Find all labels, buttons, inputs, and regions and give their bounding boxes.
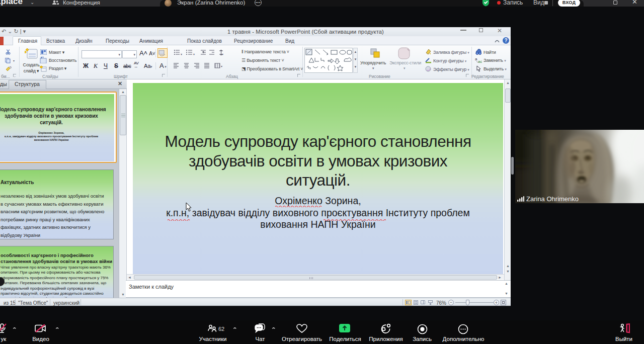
svg-text:ac: ac — [478, 59, 482, 63]
svg-text:▾: ▾ — [221, 65, 222, 68]
svg-text:a: a — [475, 57, 477, 61]
svg-text:▾: ▾ — [181, 53, 182, 56]
svg-text:▾: ▾ — [222, 53, 223, 56]
svg-text:▾: ▾ — [193, 53, 195, 56]
